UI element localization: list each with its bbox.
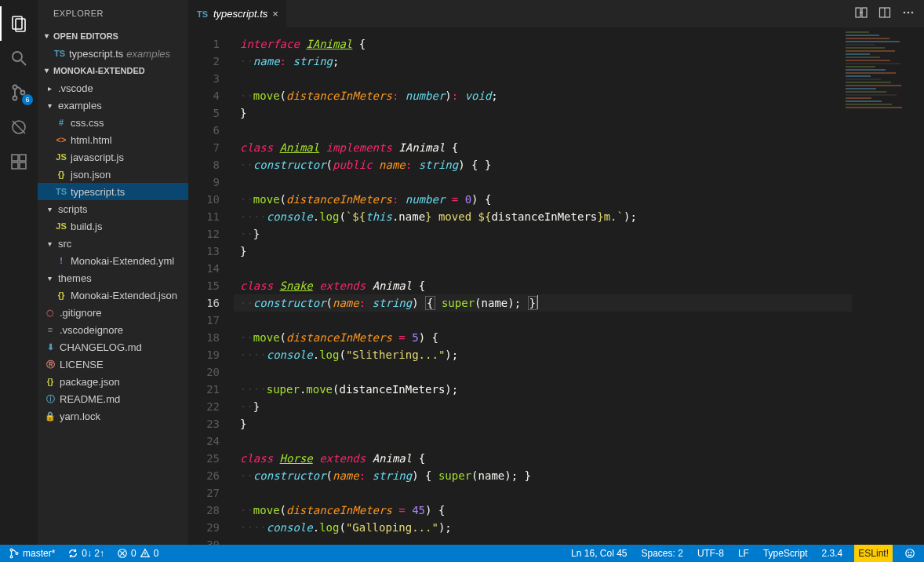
svg-point-18 bbox=[908, 12, 910, 14]
svg-line-3 bbox=[21, 60, 26, 65]
svg-rect-10 bbox=[20, 155, 26, 161]
editor-area: TS typescript.ts × 123456789101112131415… bbox=[188, 0, 924, 545]
split-compare-icon[interactable] bbox=[855, 6, 868, 21]
typescript-icon: TS bbox=[196, 9, 209, 19]
svg-point-5 bbox=[13, 97, 17, 100]
tree-file[interactable]: {}json.json bbox=[38, 166, 188, 183]
svg-point-2 bbox=[13, 52, 22, 61]
svg-point-19 bbox=[911, 12, 914, 14]
tree-file[interactable]: 🔒yarn.lock bbox=[38, 407, 188, 425]
lic-icon: Ⓡ bbox=[44, 359, 56, 370]
js-icon: JS bbox=[55, 221, 67, 231]
css-icon: # bbox=[55, 118, 67, 127]
chevron-down-icon: ▾ bbox=[44, 239, 55, 248]
html-icon: <> bbox=[55, 135, 67, 144]
chevron-down-icon: ▾ bbox=[44, 101, 55, 110]
sidebar-title: EXPLORER bbox=[38, 0, 188, 27]
split-editor-icon[interactable] bbox=[879, 6, 891, 21]
status-problems[interactable]: 0 0 bbox=[115, 545, 161, 562]
tree-file[interactable]: JSjavascript.js bbox=[38, 148, 188, 166]
tree-file[interactable]: {}Monokai-Extended.json bbox=[38, 286, 188, 304]
workspace-header[interactable]: ▾ MONOKAI-EXTENDED bbox=[38, 62, 188, 79]
tree-file[interactable]: ≡.vscodeignore bbox=[38, 321, 188, 338]
tree-label: yarn.lock bbox=[60, 411, 100, 422]
minimap[interactable] bbox=[846, 31, 911, 118]
svg-rect-9 bbox=[12, 155, 18, 161]
tree-label: README.md bbox=[60, 393, 120, 405]
tree-label: json.json bbox=[71, 169, 111, 181]
tree-file[interactable]: ⓘREADME.md bbox=[38, 390, 188, 407]
tree-file[interactable]: JSbuild.js bbox=[38, 217, 188, 235]
status-encoding[interactable]: UTF-8 bbox=[695, 545, 726, 562]
activity-search[interactable] bbox=[0, 41, 38, 75]
tab-bar: TS typescript.ts × bbox=[188, 0, 924, 27]
status-sync[interactable]: 0↓ 2↑ bbox=[65, 545, 107, 562]
tree-folder[interactable]: ▾src bbox=[38, 235, 188, 252]
chevron-down-icon: ▾ bbox=[41, 27, 52, 45]
status-branch[interactable]: master* bbox=[6, 545, 57, 562]
tree-label: html.html bbox=[71, 134, 112, 146]
tree-file[interactable]: ⬇CHANGELOG.md bbox=[38, 338, 188, 356]
json-icon: {} bbox=[55, 290, 67, 300]
status-language[interactable]: TypeScript bbox=[761, 545, 810, 562]
tree-label: CHANGELOG.md bbox=[60, 341, 142, 353]
svg-point-22 bbox=[16, 553, 18, 555]
activity-scm[interactable]: 6 bbox=[0, 75, 38, 110]
open-editor-filename: typescript.ts bbox=[69, 48, 123, 60]
tree-label: themes bbox=[58, 272, 92, 284]
svg-rect-12 bbox=[20, 162, 26, 169]
tab-filename: typescript.ts bbox=[213, 8, 267, 20]
tree-folder[interactable]: ▾scripts bbox=[38, 200, 188, 217]
scm-badge: 6 bbox=[22, 94, 33, 105]
open-editor-dir: examples bbox=[126, 48, 170, 60]
tree-label: Monokai-Extended.json bbox=[71, 290, 177, 301]
git-icon: ◌ bbox=[44, 308, 56, 318]
svg-rect-11 bbox=[12, 162, 18, 169]
lock-icon: 🔒 bbox=[44, 411, 56, 422]
status-spaces[interactable]: Spaces: 2 bbox=[639, 545, 686, 562]
tree-file[interactable]: ◌.gitignore bbox=[38, 304, 188, 321]
open-editor-item[interactable]: TS typescript.ts examples bbox=[38, 45, 188, 62]
svg-point-28 bbox=[908, 552, 909, 553]
svg-point-6 bbox=[21, 91, 25, 95]
more-icon[interactable] bbox=[902, 6, 915, 21]
svg-point-27 bbox=[906, 549, 915, 558]
tree-label: src bbox=[58, 238, 71, 250]
status-bar: master* 0↓ 2↑ 0 0 Ln 16, Col 45 Spaces: … bbox=[0, 545, 924, 562]
close-icon[interactable]: × bbox=[272, 8, 278, 20]
activity-debug[interactable] bbox=[0, 110, 38, 144]
chevron-down-icon: ▾ bbox=[41, 62, 52, 79]
tree-folder[interactable]: ▾examples bbox=[38, 97, 188, 114]
tree-label: scripts bbox=[58, 203, 88, 215]
svg-point-4 bbox=[13, 86, 17, 89]
open-editors-header[interactable]: ▾ OPEN EDITORS bbox=[38, 27, 188, 45]
tab-typescript[interactable]: TS typescript.ts × bbox=[188, 0, 287, 27]
tree-label: examples bbox=[58, 100, 102, 111]
editor-body[interactable]: 1234567891011121314151617181920212223242… bbox=[188, 27, 924, 545]
tree-file[interactable]: {}package.json bbox=[38, 373, 188, 390]
status-ts-version[interactable]: 2.3.4 bbox=[820, 545, 846, 562]
chevron-down-icon: ▾ bbox=[44, 205, 55, 213]
chevron-right-icon: ▸ bbox=[44, 84, 55, 93]
tree-folder[interactable]: ▾themes bbox=[38, 269, 188, 286]
tree-folder[interactable]: ▸.vscode bbox=[38, 79, 188, 97]
tree-file[interactable]: TStypescript.ts bbox=[38, 183, 188, 200]
activity-explorer[interactable] bbox=[0, 6, 38, 41]
tree-file[interactable]: <>html.html bbox=[38, 131, 188, 148]
svg-point-20 bbox=[10, 549, 13, 551]
tree-label: css.css bbox=[71, 117, 104, 129]
tree-file[interactable]: !Monokai-Extended.yml bbox=[38, 252, 188, 269]
status-lncol[interactable]: Ln 16, Col 45 bbox=[569, 545, 629, 562]
typescript-icon: TS bbox=[53, 49, 66, 58]
tree-file[interactable]: #css.css bbox=[38, 114, 188, 131]
tree-file[interactable]: ⓇLICENSE bbox=[38, 356, 188, 373]
status-eslint[interactable]: ESLint! bbox=[854, 545, 893, 562]
status-eol[interactable]: LF bbox=[736, 545, 751, 562]
editor-actions bbox=[855, 0, 924, 27]
code-content[interactable]: interface IAnimal {··name: string;··move… bbox=[234, 27, 924, 545]
activity-bar: 6 bbox=[0, 0, 38, 545]
ts-icon: TS bbox=[55, 187, 67, 196]
activity-extensions[interactable] bbox=[0, 144, 38, 179]
status-feedback-icon[interactable] bbox=[902, 545, 918, 562]
sidebar: EXPLORER ▾ OPEN EDITORS TS typescript.ts… bbox=[38, 0, 188, 545]
